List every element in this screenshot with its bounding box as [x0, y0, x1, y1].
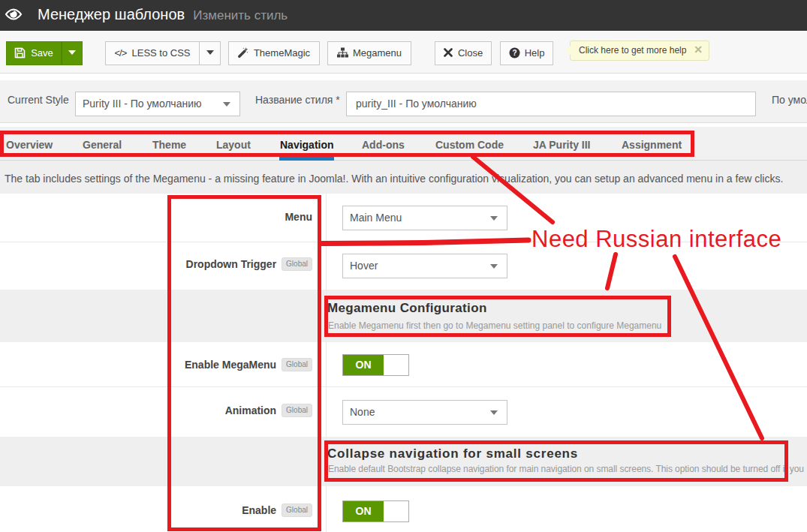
svg-text:?: ? [512, 49, 516, 57]
